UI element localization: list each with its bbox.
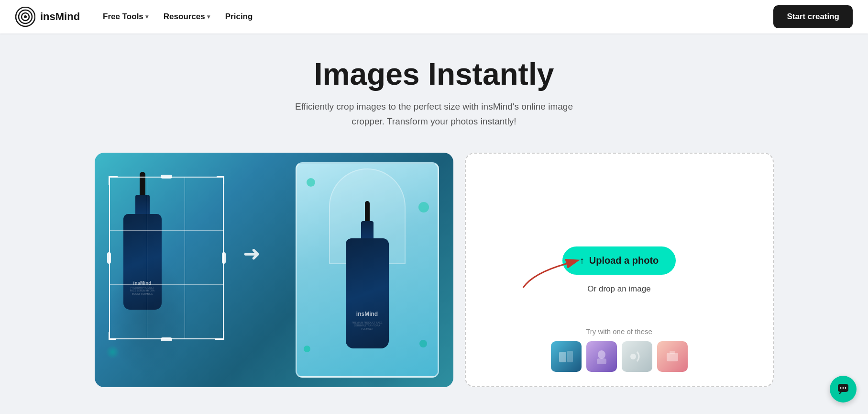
nav-links: Free Tools ▾ Resources ▾ Pricing [103, 12, 773, 22]
try-thumb-1[interactable] [551, 341, 582, 372]
try-label: Try with one of these [586, 327, 652, 336]
ball-2 [418, 202, 429, 213]
thumb-4-icon [663, 347, 682, 366]
svg-point-15 [845, 387, 846, 389]
svg-point-9 [630, 354, 636, 359]
upload-panel: ↑ Upload a photo Or drop an image Try wi… [465, 153, 774, 387]
chat-widget[interactable] [830, 376, 857, 403]
thumb-2-icon [592, 347, 611, 366]
dropper-tip-right [365, 201, 370, 221]
nav-item-resources[interactable]: Resources ▾ [164, 12, 210, 22]
corner-tr [217, 176, 224, 184]
try-thumb-3[interactable] [622, 341, 652, 372]
try-thumbs [551, 341, 688, 372]
chat-icon [837, 383, 849, 395]
handle-left [107, 252, 111, 264]
svg-rect-6 [567, 351, 573, 362]
svg-rect-8 [597, 358, 606, 364]
logo-icon [15, 7, 35, 27]
logo-area[interactable]: insMind [15, 7, 80, 27]
bottle-text-right: PREMIUM PRODUCT FACE SERUM ULTRA HYDRA F… [349, 321, 386, 331]
svg-point-3 [24, 15, 27, 18]
bottle-label-right: insMind [346, 311, 389, 317]
ball-4 [419, 340, 427, 347]
try-section: Try with one of these [466, 327, 773, 372]
svg-rect-5 [559, 352, 566, 362]
tool-area: insMind PREMIUM PRODUCT FACE SERUM HYDRA… [76, 138, 793, 402]
hero-title: Images Instantly [10, 57, 858, 91]
thumb-1-icon [557, 347, 576, 366]
handle-top [161, 175, 172, 179]
ball-3 [304, 346, 310, 352]
bottle-neck-right [361, 221, 374, 238]
try-thumb-4[interactable] [657, 341, 688, 372]
svg-point-7 [598, 350, 605, 359]
svg-rect-10 [667, 353, 678, 361]
demo-panel: insMind PREMIUM PRODUCT FACE SERUM HYDRA… [95, 153, 453, 387]
svg-point-13 [840, 387, 842, 389]
nav-item-free-tools[interactable]: Free Tools ▾ [103, 12, 148, 22]
corner-bl [109, 332, 116, 340]
hero-section: Images Instantly Efficiently crop images… [0, 43, 868, 138]
thumb-3-icon [627, 347, 647, 366]
arrow-pointer-icon [514, 245, 581, 292]
drop-text: Or drop an image [587, 284, 650, 294]
chevron-down-icon: ▾ [145, 13, 148, 20]
bottle-right: insMind PREMIUM PRODUCT FACE SERUM ULTRA… [296, 162, 439, 378]
handle-bottom [161, 337, 172, 341]
svg-rect-11 [670, 351, 675, 354]
logo-text: insMind [40, 11, 80, 23]
chevron-down-icon: ▾ [207, 13, 210, 20]
main-content: Images Instantly Efficiently crop images… [0, 0, 868, 402]
hero-subtitle: Efficiently crop images to the perfect s… [286, 100, 582, 129]
navbar: insMind Free Tools ▾ Resources ▾ Pricing… [0, 0, 868, 34]
ball-1 [307, 178, 315, 187]
nav-item-pricing[interactable]: Pricing [225, 12, 253, 22]
start-creating-button[interactable]: Start creating [773, 5, 853, 28]
crop-overlay [109, 177, 224, 339]
try-thumb-2[interactable] [586, 341, 617, 372]
svg-point-14 [843, 387, 844, 389]
bottle-body-right: insMind PREMIUM PRODUCT FACE SERUM ULTRA… [346, 238, 389, 348]
bottle-right-inner: insMind PREMIUM PRODUCT FACE SERUM ULTRA… [346, 201, 389, 348]
handle-right [222, 252, 226, 264]
arrow-right-icon: ➜ [243, 241, 261, 266]
